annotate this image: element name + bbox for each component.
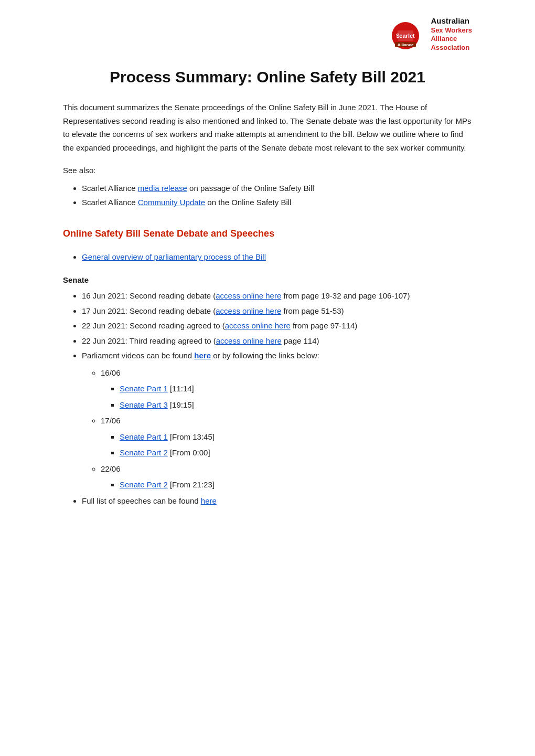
senate-item-1-prefix: 17 Jun 2021: Second reading debate ( bbox=[82, 306, 216, 315]
logo-text: Australian Sex Workers Alliance Associat… bbox=[431, 16, 472, 52]
senate-item-2: 22 Jun 2021: Second reading agreed to (a… bbox=[82, 318, 472, 334]
senate-item-3: 22 Jun 2021: Third reading agreed to (ac… bbox=[82, 334, 472, 349]
media-release-link[interactable]: media release bbox=[138, 184, 187, 193]
videos-list: 16/06 Senate Part 1 [11:14] Senate Part … bbox=[82, 366, 472, 493]
senate-item-4-link[interactable]: here bbox=[194, 351, 211, 360]
senate-item-1: 17 Jun 2021: Second reading debate (acce… bbox=[82, 304, 472, 319]
video-date-2-items: Senate Part 2 [From 21:23] bbox=[101, 477, 472, 493]
video-date-2-label: 22/06 bbox=[101, 464, 121, 473]
logo-line-sex-workers: Sex Workers bbox=[431, 26, 472, 35]
svg-text:$carlet: $carlet bbox=[397, 33, 415, 39]
community-update-link[interactable]: Community Update bbox=[138, 198, 205, 207]
intro-paragraph: This document summarizes the Senate proc… bbox=[63, 101, 472, 154]
see-also-item-1-prefix: Scarlet Alliance bbox=[82, 184, 138, 193]
video-2-0-suffix: [From 21:23] bbox=[168, 480, 215, 489]
senate-item-0-link[interactable]: access online here bbox=[216, 291, 281, 300]
org-logo: $carlet Alliance Australian Sex Workers … bbox=[391, 16, 472, 52]
overview-link[interactable]: General overview of parliamentary proces… bbox=[82, 252, 266, 261]
video-date-0-item-1: Senate Part 3 [19:15] bbox=[120, 398, 472, 413]
senate-item-4: Parliament videos can be found here or b… bbox=[82, 348, 472, 493]
page-container: $carlet Alliance Australian Sex Workers … bbox=[42, 0, 493, 543]
video-2-0-link[interactable]: Senate Part 2 bbox=[120, 480, 168, 489]
video-0-0-suffix: [11:14] bbox=[168, 384, 194, 393]
video-1-1-suffix: [From 0:00] bbox=[168, 448, 210, 457]
video-date-0-label: 16/06 bbox=[101, 368, 121, 377]
logo-line-alliance: Alliance bbox=[431, 35, 472, 44]
video-date-1-items: Senate Part 1 [From 13:45] Senate Part 2… bbox=[101, 430, 472, 461]
logo-line-australian: Australian bbox=[431, 16, 472, 26]
video-date-0-items: Senate Part 1 [11:14] Senate Part 3 [19:… bbox=[101, 381, 472, 412]
video-date-2: 22/06 Senate Part 2 [From 21:23] bbox=[101, 462, 472, 493]
video-0-1-link[interactable]: Senate Part 3 bbox=[120, 400, 168, 409]
senate-item-0-suffix: from page 19-32 and page 106-107) bbox=[281, 291, 410, 300]
see-also-item-2-prefix: Scarlet Alliance bbox=[82, 198, 138, 207]
senate-item-1-link[interactable]: access online here bbox=[216, 306, 281, 315]
speeches-link[interactable]: here bbox=[201, 496, 217, 505]
video-date-1-label: 17/06 bbox=[101, 416, 121, 425]
video-date-2-item-0: Senate Part 2 [From 21:23] bbox=[120, 477, 472, 493]
video-1-1-link[interactable]: Senate Part 2 bbox=[120, 448, 168, 457]
senate-item-3-link[interactable]: access online here bbox=[216, 336, 282, 345]
video-date-1-item-1: Senate Part 2 [From 0:00] bbox=[120, 445, 472, 461]
video-date-0: 16/06 Senate Part 1 [11:14] Senate Part … bbox=[101, 366, 472, 413]
logo-icon: $carlet Alliance bbox=[391, 16, 427, 52]
speeches-prefix: Full list of speeches can be found bbox=[82, 496, 201, 505]
senate-item-2-prefix: 22 Jun 2021: Second reading agreed to ( bbox=[82, 321, 225, 330]
senate-item-2-link[interactable]: access online here bbox=[225, 321, 291, 330]
video-0-1-suffix: [19:15] bbox=[168, 400, 194, 409]
see-also-list: Scarlet Alliance media release on passag… bbox=[63, 181, 472, 209]
senate-item-0-prefix: 16 Jun 2021: Second reading debate ( bbox=[82, 291, 216, 300]
overview-item: General overview of parliamentary proces… bbox=[82, 250, 472, 264]
video-date-1-item-0: Senate Part 1 [From 13:45] bbox=[120, 430, 472, 445]
logo-line-association: Association bbox=[431, 44, 472, 52]
senate-item-2-suffix: from page 97-114) bbox=[291, 321, 358, 330]
video-date-1: 17/06 Senate Part 1 [From 13:45] Senate … bbox=[101, 413, 472, 461]
page-title: Process Summary: Online Safety Bill 2021 bbox=[63, 68, 472, 86]
svg-text:Alliance: Alliance bbox=[398, 42, 414, 47]
senate-item-3-suffix: page 114) bbox=[282, 336, 319, 345]
see-also-item-2: Scarlet Alliance Community Update on the… bbox=[82, 195, 472, 209]
video-1-0-suffix: [From 13:45] bbox=[168, 432, 215, 441]
senate-item-0: 16 Jun 2021: Second reading debate (acce… bbox=[82, 289, 472, 304]
senate-item-1-suffix: from page 51-53) bbox=[281, 306, 344, 315]
overview-list: General overview of parliamentary proces… bbox=[63, 250, 472, 264]
speeches-item: Full list of speeches can be found here bbox=[82, 494, 472, 509]
senate-list: 16 Jun 2021: Second reading debate (acce… bbox=[63, 289, 472, 508]
logo-area: $carlet Alliance Australian Sex Workers … bbox=[63, 16, 472, 52]
see-also-item-2-suffix: on the Online Safety Bill bbox=[205, 198, 291, 207]
senate-item-3-prefix: 22 Jun 2021: Third reading agreed to ( bbox=[82, 336, 216, 345]
see-also-label: See also: bbox=[63, 166, 472, 175]
video-0-0-link[interactable]: Senate Part 1 bbox=[120, 384, 168, 393]
section1-heading: Online Safety Bill Senate Debate and Spe… bbox=[63, 228, 472, 239]
see-also-item-1: Scarlet Alliance media release on passag… bbox=[82, 181, 472, 195]
video-1-0-link[interactable]: Senate Part 1 bbox=[120, 432, 168, 441]
senate-item-4-suffix: or by following the links below: bbox=[211, 351, 319, 360]
senate-label: Senate bbox=[63, 275, 472, 284]
video-date-0-item-0: Senate Part 1 [11:14] bbox=[120, 381, 472, 397]
see-also-item-1-suffix: on passage of the Online Safety Bill bbox=[187, 184, 314, 193]
senate-item-4-prefix: Parliament videos can be found bbox=[82, 351, 194, 360]
